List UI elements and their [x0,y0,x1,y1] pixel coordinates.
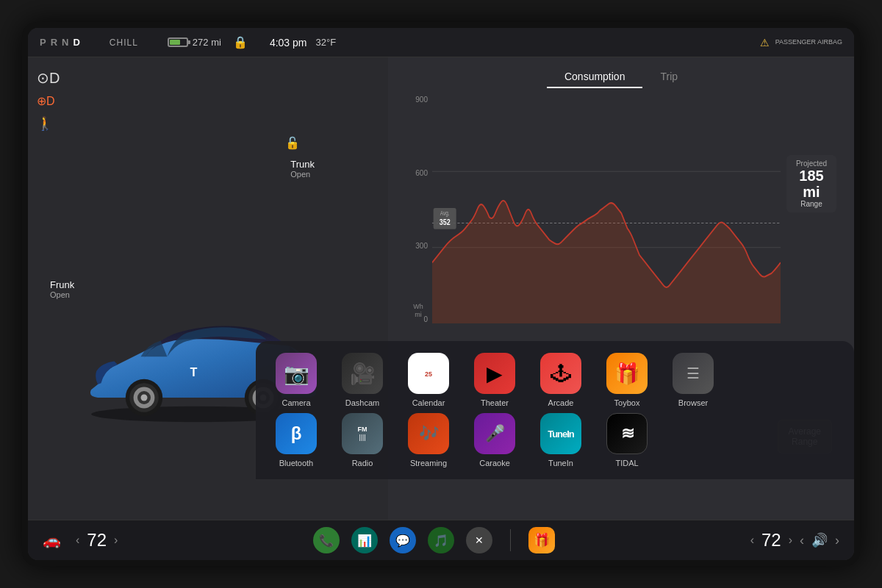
volume-icon: ‹ [800,533,804,548]
headlight-icon: ⊙D [37,69,60,87]
app-item-toybox[interactable]: 🎁 Toybox [601,353,653,407]
prnd-selector[interactable]: P R N D [40,37,80,48]
streaming-label: Streaming [410,459,447,467]
spotify-icon-bottom[interactable]: 🎵 [428,527,454,553]
radio-label: Radio [352,459,373,467]
screen-bezel: P R N D CHILL 272 mi 🔒 4:03 pm 32°F ⚠ PA… [22,22,860,566]
gear-p[interactable]: P [40,37,46,48]
svg-text:T: T [190,365,198,379]
car-bottom-icon: 🚗 [43,531,61,549]
toybox-icon: 🎁 [606,353,648,394]
app-item-camera[interactable]: 📷 Camera [270,353,322,407]
outside-temp: 32°F [315,37,336,48]
tunein-icon: TuneIn [540,413,581,454]
person-icon: 🚶 [37,115,60,132]
warning-icons: ⊙D ⊕D 🚶 [37,69,60,132]
battery-fill [170,40,180,45]
bottom-bar: 🚗 ‹ 72 › 📞 📊 💬 🎵 ✕ 🎁 ‹ [28,520,854,560]
dashcam-label: Dashcam [345,398,379,407]
karaoke-icon: 🎤 [474,413,515,454]
status-bar: P R N D CHILL 272 mi 🔒 4:03 pm 32°F ⚠ PA… [28,28,854,57]
close-icon-bottom[interactable]: ✕ [466,527,492,553]
app-item-calendar[interactable]: 25 Calendar [403,353,454,407]
app-item-bluetooth[interactable]: β Bluetooth [270,413,322,467]
status-right: ⚠ PASSENGER AIRBAG [760,37,842,49]
left-temp-value: 72 [87,530,107,551]
camera-label: Camera [282,398,310,407]
left-temp-control: ‹ 72 › [76,530,118,551]
app-item-tidal[interactable]: ≋ TIDAL [601,413,653,467]
app-item-karaoke[interactable]: 🎤 Caraoke [469,413,520,467]
arcade-icon: 🕹 [540,353,581,394]
left-temp-down[interactable]: ‹ [76,534,79,547]
traction-icon: ⊕D [37,94,60,108]
time-display: 4:03 pm [270,37,307,49]
tab-consumption[interactable]: Consumption [547,66,643,88]
volume-icon-right: › [835,533,839,548]
y-axis-labels: 900 600 300 0 [403,96,432,323]
svg-text:Avg.: Avg. [440,210,450,218]
streaming-icon: 🎶 [408,413,449,454]
app-row-1: 📷 Camera 🎥 Dashcam 25 Calendar ▶ [270,353,839,407]
tidal-icon: ≋ [606,413,648,454]
projected-range-box: Projected 185 mi Range [786,155,836,212]
range-display: 272 mi [193,37,221,48]
app-drawer: 📷 Camera 🎥 Dashcam 25 Calendar ▶ [256,341,854,479]
y-label-900: 900 [415,96,428,104]
theater-icon: ▶ [474,353,515,394]
calendar-label: Calendar [412,398,445,407]
app-item-dashcam[interactable]: 🎥 Dashcam [337,353,388,407]
projected-sub: Range [792,200,831,208]
svg-point-5 [141,395,148,401]
gear-n[interactable]: N [62,37,68,48]
graph-area: 900 600 300 0 [403,96,839,345]
gear-d[interactable]: D [73,37,79,48]
chart-svg: Avg. 352 [432,96,781,323]
right-temp-down[interactable]: ‹ [750,534,754,547]
phone-icon-bottom[interactable]: 📞 [313,527,340,553]
arcade-label: Arcade [548,398,574,407]
bluetooth-label: Bluetooth [279,459,313,467]
battery-icon [168,37,188,47]
lock-icon: 🔒 [233,35,248,49]
camera-icon: 📷 [276,353,317,394]
trunk-lock-icon: 🔓 [285,136,300,150]
chart-icon-bottom[interactable]: 📊 [351,527,378,553]
app-item-browser[interactable]: ☰ Browser [667,353,719,407]
app-item-radio[interactable]: FM |||| Radio [337,413,388,467]
app-item-arcade[interactable]: 🕹 Arcade [535,353,587,407]
browser-icon: ☰ [673,353,714,394]
gear-r[interactable]: R [51,37,57,48]
tidal-label: TIDAL [615,459,638,467]
app-item-tunein[interactable]: TuneIn TuneIn [535,413,587,467]
app-row-2: β Bluetooth FM |||| Radio 🎶 Streaming [270,413,839,467]
battery-display: 272 mi [168,37,221,48]
right-temp-up[interactable]: › [789,534,792,547]
right-temp-control: ‹ 72 › [750,530,792,551]
karaoke-label: Caraoke [479,459,510,467]
y-label-300: 300 [415,242,428,250]
projected-value: 185 mi [792,168,831,200]
toybox-bottom-icon[interactable]: 🎁 [528,527,555,553]
tab-trip[interactable]: Trip [642,66,695,88]
bluetooth-icon: β [276,413,317,454]
toybox-label: Toybox [614,398,640,407]
app-item-theater[interactable]: ▶ Theater [469,353,520,407]
tunein-label: TuneIn [548,459,573,467]
bottom-center-apps: 📞 📊 💬 🎵 ✕ 🎁 [118,527,750,553]
bottom-divider [510,529,511,551]
wh-mi-label: Whmi [404,303,432,320]
app-item-streaming[interactable]: 🎶 Streaming [403,413,454,467]
theater-label: Theater [481,398,509,407]
graph-tabs: Consumption Trip [388,57,854,88]
main-content: ⊙D ⊕D 🚶 Frunk Open Trunk Open 🔓 [28,57,854,520]
right-climate: ‹ 72 › ‹ 🔊 › [750,530,839,551]
svg-text:352: 352 [440,218,451,226]
screen: P R N D CHILL 272 mi 🔒 4:03 pm 32°F ⚠ PA… [28,28,854,560]
y-label-600: 600 [415,169,428,177]
passenger-airbag-label: PASSENGER AIRBAG [775,38,842,46]
right-temp-value: 72 [761,530,781,551]
message-icon-bottom[interactable]: 💬 [390,527,416,553]
browser-label: Browser [678,398,708,407]
dashcam-icon: 🎥 [342,353,383,394]
